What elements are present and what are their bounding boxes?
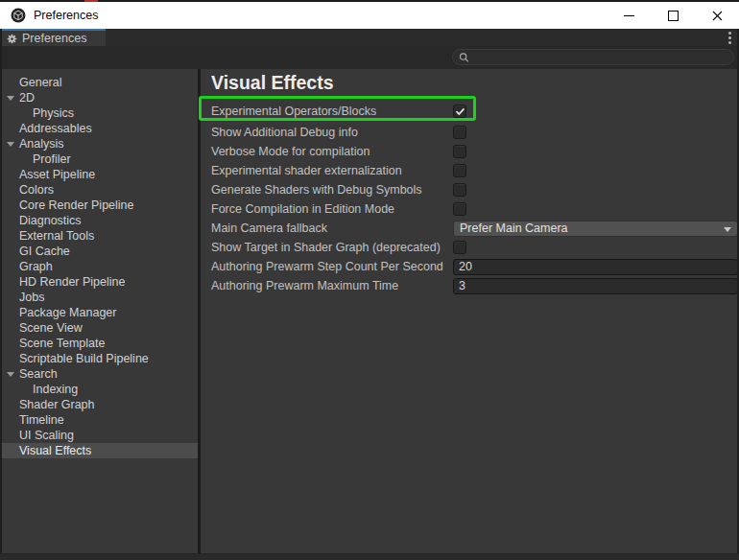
sidebar-item-label: External Tools	[0, 229, 94, 243]
search-input[interactable]	[473, 50, 733, 65]
tab-bar: Preferences	[0, 29, 739, 46]
sidebar-item-label: Visual Effects	[0, 444, 91, 457]
maximize-icon	[668, 11, 679, 21]
sidebar-item-hd-render-pipeline[interactable]: HD Render Pipeline	[0, 274, 198, 290]
content-area: General2DPhysicsAddressablesAnalysisProf…	[0, 69, 739, 554]
text-field-authoring-prewarm-step-count-per-second[interactable]	[453, 259, 738, 275]
gear-icon	[7, 34, 17, 44]
sidebar-item-addressables[interactable]: Addressables	[0, 121, 198, 136]
sidebar-item-label: Core Render Pipeline	[0, 198, 134, 212]
sidebar-item-label: Shader Graph	[0, 398, 95, 411]
setting-row-show-target-in-shader-graph-deprecated: Show Target in Shader Graph (deprecated)	[211, 238, 739, 257]
setting-label: Authoring Prewarm Step Count Per Second	[211, 260, 453, 273]
sidebar-item-2d[interactable]: 2D	[0, 90, 198, 105]
foldout-triangle-icon[interactable]	[7, 96, 14, 101]
sidebar-item-diagnostics[interactable]: Diagnostics	[0, 213, 198, 228]
minimize-button[interactable]	[607, 2, 651, 29]
checkmark-icon	[455, 106, 465, 117]
sidebar-item-indexing[interactable]: Indexing	[0, 382, 198, 397]
sidebar-item-scriptable-build-pipeline[interactable]: Scriptable Build Pipeline	[0, 351, 198, 366]
sidebar-item-physics[interactable]: Physics	[0, 105, 198, 121]
tab-label: Preferences	[22, 32, 86, 45]
sidebar-item-label: GI Cache	[0, 245, 70, 258]
foldout-triangle-icon[interactable]	[7, 142, 14, 147]
sidebar-item-scene-template[interactable]: Scene Template	[0, 336, 198, 351]
text-field-authoring-prewarm-maximum-time[interactable]	[453, 278, 738, 294]
search-icon	[459, 52, 469, 63]
setting-control	[453, 126, 738, 139]
tab-preferences[interactable]: Preferences	[0, 29, 106, 46]
main-panel: Visual Effects Experimental Operators/Bl…	[201, 69, 739, 554]
screenshot-artifact	[84, 0, 98, 2]
setting-control	[453, 259, 738, 275]
sidebar-item-core-render-pipeline[interactable]: Core Render Pipeline	[0, 198, 198, 213]
window-controls	[607, 2, 739, 29]
close-button[interactable]	[695, 2, 739, 29]
sidebar-item-graph[interactable]: Graph	[0, 259, 198, 274]
sidebar-item-label: Diagnostics	[0, 214, 82, 227]
setting-row-verbose-mode-for-compilation: Verbose Mode for compilation	[211, 142, 739, 161]
setting-label: Force Compilation in Edition Mode	[211, 202, 453, 216]
dropdown-value: Prefer Main Camera	[460, 222, 568, 235]
checkbox-force-compilation-in-edition-mode[interactable]	[453, 202, 466, 216]
setting-row-generate-shaders-with-debug-symbols: Generate Shaders with Debug Symbols	[211, 180, 739, 199]
sidebar-item-gi-cache[interactable]: GI Cache	[0, 244, 198, 259]
sidebar-item-analysis[interactable]: Analysis	[0, 136, 198, 152]
sidebar-item-label: Physics	[0, 106, 74, 120]
setting-label: Experimental Operators/Blocks	[211, 105, 453, 118]
sidebar-item-profiler[interactable]: Profiler	[0, 152, 198, 167]
sidebar-item-jobs[interactable]: Jobs	[0, 290, 198, 305]
checkbox-show-additional-debug-info[interactable]	[453, 126, 466, 139]
setting-row-authoring-prewarm-step-count-per-second: Authoring Prewarm Step Count Per Second	[211, 257, 739, 276]
window-border-bottom	[0, 553, 739, 560]
maximize-button[interactable]	[651, 2, 695, 29]
sidebar-item-scene-view[interactable]: Scene View	[0, 320, 198, 336]
checkbox-experimental-operators-blocks[interactable]	[453, 105, 466, 118]
sidebar-item-label: 2D	[0, 91, 35, 105]
setting-control	[453, 241, 738, 254]
checkbox-generate-shaders-with-debug-symbols[interactable]	[453, 183, 466, 197]
setting-control: Prefer Main Camera	[453, 221, 738, 237]
sidebar-item-general[interactable]: General	[0, 75, 198, 90]
sidebar-item-ui-scaling[interactable]: UI Scaling	[0, 428, 198, 443]
settings-list: Experimental Operators/BlocksShow Additi…	[211, 100, 739, 295]
unity-logo-icon	[11, 8, 26, 23]
setting-row-experimental-operators-blocks: Experimental Operators/Blocks	[211, 100, 739, 123]
sidebar-item-asset-pipeline[interactable]: Asset Pipeline	[0, 167, 198, 182]
sidebar-item-label: Graph	[0, 260, 53, 273]
sidebar-item-shader-graph[interactable]: Shader Graph	[0, 397, 198, 412]
sidebar-item-label: Jobs	[0, 291, 44, 304]
minimize-icon	[624, 15, 634, 16]
sidebar-item-visual-effects[interactable]: Visual Effects	[0, 443, 198, 458]
titlebar: Preferences	[0, 2, 739, 29]
setting-label: Show Target in Shader Graph (deprecated)	[211, 241, 453, 254]
sidebar-item-label: Profiler	[0, 152, 71, 166]
sidebar-item-search[interactable]: Search	[0, 366, 198, 382]
window-border-top	[0, 0, 739, 2]
sidebar-item-label: General	[0, 76, 61, 89]
setting-label: Experimental shader externalization	[211, 164, 453, 177]
search-field[interactable]	[452, 49, 734, 65]
setting-control	[453, 278, 738, 294]
setting-control	[453, 164, 738, 177]
sidebar-item-timeline[interactable]: Timeline	[0, 412, 198, 428]
sidebar-item-external-tools[interactable]: External Tools	[0, 228, 198, 244]
window-title: Preferences	[34, 9, 98, 22]
setting-label: Authoring Prewarm Maximum Time	[211, 279, 453, 292]
checkbox-experimental-shader-externalization[interactable]	[453, 164, 466, 177]
dropdown-main-camera-fallback[interactable]: Prefer Main Camera	[453, 221, 738, 237]
setting-control	[453, 145, 738, 158]
sidebar-item-label: UI Scaling	[0, 429, 74, 442]
foldout-triangle-icon[interactable]	[7, 372, 14, 377]
checkbox-verbose-mode-for-compilation[interactable]	[453, 145, 466, 158]
sidebar-item-label: Addressables	[0, 122, 92, 135]
setting-row-main-camera-fallback: Main Camera fallbackPrefer Main Camera	[211, 219, 739, 238]
sidebar-item-label: Package Manager	[0, 306, 116, 319]
sidebar: General2DPhysicsAddressablesAnalysisProf…	[0, 69, 198, 554]
preferences-window: Preferences Prefere	[0, 0, 739, 560]
toolbar	[0, 46, 739, 69]
setting-control	[453, 183, 738, 197]
checkbox-show-target-in-shader-graph-deprecated[interactable]	[453, 241, 466, 254]
sidebar-item-colors[interactable]: Colors	[0, 182, 198, 198]
sidebar-item-package-manager[interactable]: Package Manager	[0, 305, 198, 320]
